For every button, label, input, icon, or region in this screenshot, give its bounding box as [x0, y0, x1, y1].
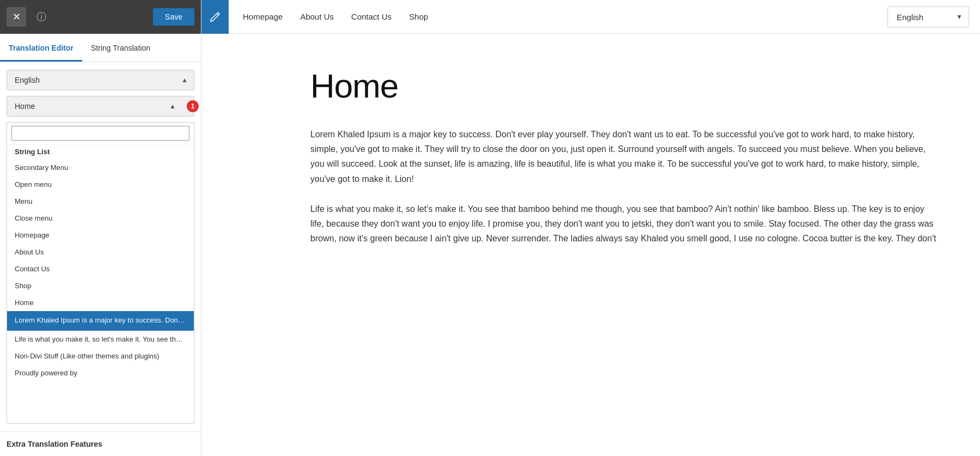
string-list-label: String List: [7, 144, 194, 159]
string-list-item[interactable]: Non-Divi Stuff (Like other themes and pl…: [7, 348, 194, 364]
string-list-item[interactable]: Shop: [7, 277, 194, 294]
badge-1: 1: [187, 100, 199, 112]
extra-translation-features: Extra Translation Features: [0, 431, 201, 456]
nav-item[interactable]: Homepage: [234, 8, 291, 26]
nav-item[interactable]: Shop: [400, 8, 437, 26]
close-button[interactable]: ✕: [7, 7, 26, 27]
left-panel: ✕ ⓘ Save Translation Editor String Trans…: [0, 0, 201, 456]
language-header-select[interactable]: English French Spanish German: [887, 6, 969, 27]
string-list-item[interactable]: Contact Us: [7, 260, 194, 277]
save-button[interactable]: Save: [153, 8, 194, 26]
string-list-item[interactable]: Open menu: [7, 176, 194, 193]
toolbar: ✕ ⓘ Save: [0, 0, 201, 34]
string-list-item[interactable]: Homepage: [7, 227, 194, 244]
string-list-search-wrapper: [7, 123, 194, 144]
string-list-item[interactable]: Lorem Khaled Ipsum is a major key to suc…: [7, 311, 194, 331]
string-list-item[interactable]: Proudly powered by: [7, 364, 194, 381]
page-paragraph: Lorem Khaled Ipsum is a major key to suc…: [310, 127, 936, 186]
string-list-dropdown: String List Secondary MenuOpen menuMenuC…: [7, 122, 194, 424]
tab-translation-editor[interactable]: Translation Editor: [0, 34, 82, 62]
tab-string-translation[interactable]: String Translation: [82, 34, 159, 62]
language-selector-header: English French Spanish German ▼: [887, 6, 969, 27]
string-list-item[interactable]: Home: [7, 294, 194, 311]
page-paragraph: Life is what you make it, so let's make …: [310, 202, 936, 246]
language-select-wrapper: English French Spanish German ▲: [7, 70, 194, 90]
string-list-item[interactable]: Close menu: [7, 210, 194, 227]
string-list-item[interactable]: Secondary Menu: [7, 159, 194, 176]
main-content: Home Lorem Khaled Ipsum is a major key t…: [201, 34, 980, 456]
info-button[interactable]: ⓘ: [32, 7, 51, 27]
tabs: Translation Editor String Translation: [0, 34, 201, 62]
language-selector-inner: English French Spanish German ▼: [887, 6, 969, 27]
language-select[interactable]: English French Spanish German: [7, 70, 194, 90]
string-list-item[interactable]: About Us: [7, 244, 194, 260]
page-dropdown-row: Home About Us Contact Us Shop ▲ 1: [7, 96, 194, 117]
right-panel: HomepageAbout UsContact UsShop English F…: [201, 0, 980, 456]
page-select[interactable]: Home About Us Contact Us Shop: [7, 96, 194, 117]
nav-item[interactable]: About Us: [291, 8, 342, 26]
nav-bar: HomepageAbout UsContact UsShop English F…: [201, 0, 980, 34]
panel-content: English French Spanish German ▲ Home Abo…: [0, 62, 201, 431]
page-body: Lorem Khaled Ipsum is a major key to suc…: [310, 127, 936, 246]
string-search-input[interactable]: [11, 126, 189, 141]
page-select-container: Home About Us Contact Us Shop ▲ 1: [7, 96, 194, 117]
nav-edit-button[interactable]: [201, 0, 229, 34]
string-list-item[interactable]: Life is what you make it, so let's make …: [7, 331, 194, 348]
pencil-icon: [210, 11, 220, 22]
string-list-items: Secondary MenuOpen menuMenuClose menuHom…: [7, 159, 194, 423]
nav-items: HomepageAbout UsContact UsShop: [229, 8, 980, 26]
string-list-item[interactable]: Menu: [7, 193, 194, 210]
nav-item[interactable]: Contact Us: [342, 8, 400, 26]
page-title: Home: [310, 66, 936, 105]
